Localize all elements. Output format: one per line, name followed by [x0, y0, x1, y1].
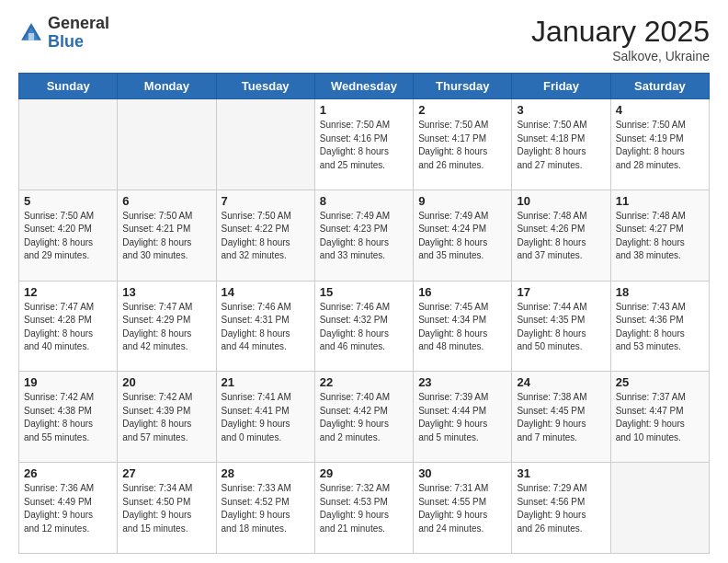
day-number: 5 — [24, 194, 112, 208]
day-number: 9 — [418, 194, 506, 208]
day-header-saturday: Saturday — [610, 74, 709, 99]
day-number: 28 — [222, 466, 310, 480]
logo-icon — [18, 20, 44, 46]
calendar-cell: 16Sunrise: 7:45 AM Sunset: 4:34 PM Dayli… — [414, 281, 512, 372]
calendar-cell: 10Sunrise: 7:48 AM Sunset: 4:26 PM Dayli… — [512, 190, 610, 281]
day-number: 8 — [320, 194, 408, 208]
day-detail: Sunrise: 7:46 AM Sunset: 4:32 PM Dayligh… — [320, 301, 408, 354]
calendar-cell: 30Sunrise: 7:31 AM Sunset: 4:55 PM Dayli… — [414, 463, 512, 554]
day-detail: Sunrise: 7:47 AM Sunset: 4:28 PM Dayligh… — [24, 301, 112, 354]
day-detail: Sunrise: 7:48 AM Sunset: 4:26 PM Dayligh… — [517, 210, 605, 263]
calendar-cell: 11Sunrise: 7:48 AM Sunset: 4:27 PM Dayli… — [610, 190, 709, 281]
day-number: 11 — [616, 194, 704, 208]
calendar-cell: 4Sunrise: 7:50 AM Sunset: 4:19 PM Daylig… — [610, 99, 709, 190]
calendar-cell: 26Sunrise: 7:36 AM Sunset: 4:49 PM Dayli… — [19, 463, 118, 554]
day-detail: Sunrise: 7:32 AM Sunset: 4:53 PM Dayligh… — [320, 482, 408, 535]
month-year-title: January 2025 — [531, 15, 710, 49]
day-detail: Sunrise: 7:34 AM Sunset: 4:50 PM Dayligh… — [122, 482, 210, 535]
calendar-cell: 2Sunrise: 7:50 AM Sunset: 4:17 PM Daylig… — [414, 99, 512, 190]
day-number: 31 — [517, 466, 605, 480]
calendar-cell: 23Sunrise: 7:39 AM Sunset: 4:44 PM Dayli… — [414, 372, 512, 463]
calendar-cell: 24Sunrise: 7:38 AM Sunset: 4:45 PM Dayli… — [512, 372, 610, 463]
week-row-1: 1Sunrise: 7:50 AM Sunset: 4:16 PM Daylig… — [19, 99, 710, 190]
day-detail: Sunrise: 7:50 AM Sunset: 4:17 PM Dayligh… — [418, 119, 506, 172]
day-number: 7 — [222, 194, 310, 208]
day-detail: Sunrise: 7:41 AM Sunset: 4:41 PM Dayligh… — [222, 391, 310, 444]
day-header-tuesday: Tuesday — [216, 74, 314, 99]
calendar-cell — [19, 99, 118, 190]
calendar-cell: 19Sunrise: 7:42 AM Sunset: 4:38 PM Dayli… — [19, 372, 118, 463]
week-row-4: 19Sunrise: 7:42 AM Sunset: 4:38 PM Dayli… — [19, 372, 710, 463]
day-detail: Sunrise: 7:43 AM Sunset: 4:36 PM Dayligh… — [616, 301, 704, 354]
location-text: Salkove, Ukraine — [531, 49, 710, 63]
day-detail: Sunrise: 7:49 AM Sunset: 4:24 PM Dayligh… — [418, 210, 506, 263]
calendar-cell: 25Sunrise: 7:37 AM Sunset: 4:47 PM Dayli… — [610, 372, 709, 463]
day-header-thursday: Thursday — [414, 74, 512, 99]
day-header-friday: Friday — [512, 74, 610, 99]
day-detail: Sunrise: 7:47 AM Sunset: 4:29 PM Dayligh… — [122, 301, 210, 354]
week-row-3: 12Sunrise: 7:47 AM Sunset: 4:28 PM Dayli… — [19, 281, 710, 372]
calendar-cell: 18Sunrise: 7:43 AM Sunset: 4:36 PM Dayli… — [610, 281, 709, 372]
calendar-cell: 5Sunrise: 7:50 AM Sunset: 4:20 PM Daylig… — [19, 190, 118, 281]
day-detail: Sunrise: 7:50 AM Sunset: 4:16 PM Dayligh… — [320, 119, 408, 172]
day-detail: Sunrise: 7:40 AM Sunset: 4:42 PM Dayligh… — [320, 391, 408, 444]
day-detail: Sunrise: 7:37 AM Sunset: 4:47 PM Dayligh… — [616, 391, 704, 444]
calendar-cell: 28Sunrise: 7:33 AM Sunset: 4:52 PM Dayli… — [216, 463, 314, 554]
day-number: 23 — [418, 375, 506, 389]
day-detail: Sunrise: 7:48 AM Sunset: 4:27 PM Dayligh… — [616, 210, 704, 263]
day-detail: Sunrise: 7:50 AM Sunset: 4:22 PM Dayligh… — [222, 210, 310, 263]
day-number: 24 — [517, 375, 605, 389]
calendar-cell: 9Sunrise: 7:49 AM Sunset: 4:24 PM Daylig… — [414, 190, 512, 281]
logo-text: General Blue — [48, 15, 109, 52]
calendar-cell: 6Sunrise: 7:50 AM Sunset: 4:21 PM Daylig… — [118, 190, 216, 281]
day-number: 19 — [24, 375, 112, 389]
calendar-cell: 22Sunrise: 7:40 AM Sunset: 4:42 PM Dayli… — [314, 372, 413, 463]
day-header-monday: Monday — [118, 74, 216, 99]
day-detail: Sunrise: 7:36 AM Sunset: 4:49 PM Dayligh… — [24, 482, 112, 535]
day-detail: Sunrise: 7:49 AM Sunset: 4:23 PM Dayligh… — [320, 210, 408, 263]
calendar-cell: 1Sunrise: 7:50 AM Sunset: 4:16 PM Daylig… — [314, 99, 413, 190]
day-number: 2 — [418, 103, 506, 117]
calendar-cell: 17Sunrise: 7:44 AM Sunset: 4:35 PM Dayli… — [512, 281, 610, 372]
calendar-cell: 31Sunrise: 7:29 AM Sunset: 4:56 PM Dayli… — [512, 463, 610, 554]
calendar-cell: 14Sunrise: 7:46 AM Sunset: 4:31 PM Dayli… — [216, 281, 314, 372]
calendar-cell: 27Sunrise: 7:34 AM Sunset: 4:50 PM Dayli… — [118, 463, 216, 554]
calendar-cell: 20Sunrise: 7:42 AM Sunset: 4:39 PM Dayli… — [118, 372, 216, 463]
calendar-cell: 13Sunrise: 7:47 AM Sunset: 4:29 PM Dayli… — [118, 281, 216, 372]
calendar-cell — [216, 99, 314, 190]
day-detail: Sunrise: 7:29 AM Sunset: 4:56 PM Dayligh… — [517, 482, 605, 535]
svg-rect-2 — [28, 33, 34, 40]
day-number: 26 — [24, 466, 112, 480]
day-detail: Sunrise: 7:50 AM Sunset: 4:18 PM Dayligh… — [517, 119, 605, 172]
day-number: 13 — [122, 285, 210, 299]
day-detail: Sunrise: 7:42 AM Sunset: 4:38 PM Dayligh… — [24, 391, 112, 444]
day-number: 10 — [517, 194, 605, 208]
calendar-cell: 21Sunrise: 7:41 AM Sunset: 4:41 PM Dayli… — [216, 372, 314, 463]
day-number: 18 — [616, 285, 704, 299]
day-number: 6 — [122, 194, 210, 208]
day-detail: Sunrise: 7:50 AM Sunset: 4:20 PM Dayligh… — [24, 210, 112, 263]
header: General Blue January 2025 Salkove, Ukrai… — [18, 15, 710, 63]
logo-blue-text: Blue — [48, 32, 84, 51]
week-row-2: 5Sunrise: 7:50 AM Sunset: 4:20 PM Daylig… — [19, 190, 710, 281]
day-number: 17 — [517, 285, 605, 299]
calendar-table: SundayMondayTuesdayWednesdayThursdayFrid… — [18, 73, 710, 554]
day-number: 29 — [320, 466, 408, 480]
day-header-sunday: Sunday — [19, 74, 118, 99]
calendar-cell: 3Sunrise: 7:50 AM Sunset: 4:18 PM Daylig… — [512, 99, 610, 190]
title-block: January 2025 Salkove, Ukraine — [531, 15, 710, 63]
calendar-cell: 29Sunrise: 7:32 AM Sunset: 4:53 PM Dayli… — [314, 463, 413, 554]
day-detail: Sunrise: 7:42 AM Sunset: 4:39 PM Dayligh… — [122, 391, 210, 444]
day-detail: Sunrise: 7:44 AM Sunset: 4:35 PM Dayligh… — [517, 301, 605, 354]
week-row-5: 26Sunrise: 7:36 AM Sunset: 4:49 PM Dayli… — [19, 463, 710, 554]
day-number: 3 — [517, 103, 605, 117]
day-detail: Sunrise: 7:50 AM Sunset: 4:19 PM Dayligh… — [616, 119, 704, 172]
day-detail: Sunrise: 7:38 AM Sunset: 4:45 PM Dayligh… — [517, 391, 605, 444]
day-detail: Sunrise: 7:45 AM Sunset: 4:34 PM Dayligh… — [418, 301, 506, 354]
day-number: 27 — [122, 466, 210, 480]
logo: General Blue — [18, 15, 109, 52]
page: General Blue January 2025 Salkove, Ukrai… — [0, 0, 728, 563]
day-number: 12 — [24, 285, 112, 299]
day-detail: Sunrise: 7:50 AM Sunset: 4:21 PM Dayligh… — [122, 210, 210, 263]
day-detail: Sunrise: 7:33 AM Sunset: 4:52 PM Dayligh… — [222, 482, 310, 535]
